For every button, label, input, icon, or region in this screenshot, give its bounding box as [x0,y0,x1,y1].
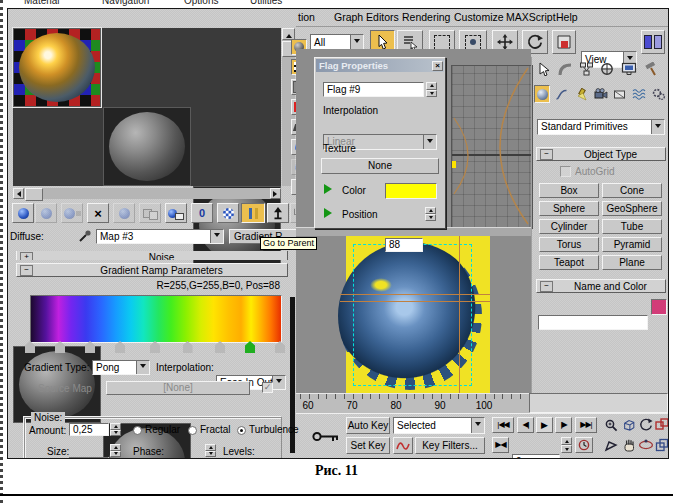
put-to-library-icon[interactable] [165,203,187,223]
go-to-parent-icon[interactable] [267,203,289,223]
gradient-flag[interactable] [183,341,193,353]
scroll-right-arrow[interactable] [270,188,281,199]
menu-material[interactable]: Material [24,0,60,6]
amount-field[interactable]: 0,25 [69,423,109,436]
toolbar-clipped-icon[interactable] [668,30,669,54]
primitive-sphere-button[interactable]: Sphere [539,201,599,216]
pan-hand-icon[interactable] [620,437,637,453]
curve-icon-button[interactable] [393,437,413,454]
assign-material-to-selection-icon[interactable] [61,203,83,223]
menu-navigation[interactable]: Navigation [102,0,149,6]
motion-tab-icon[interactable] [599,60,615,78]
flag-position-field[interactable]: 88 [385,238,423,252]
source-map-checkbox[interactable] [262,382,273,393]
viewport-top[interactable] [451,65,533,229]
position-expand-icon[interactable] [324,208,337,218]
lights-icon[interactable] [573,85,589,103]
show-end-result-icon[interactable] [241,203,265,223]
menu-options[interactable]: Options [184,0,218,6]
get-material-icon[interactable] [12,203,34,223]
previous-frame-button[interactable]: ◀| [517,417,534,433]
eyedropper-icon[interactable] [78,229,92,243]
gradient-flag[interactable] [215,341,225,353]
select-and-scale-button[interactable] [552,30,576,54]
gradient-flag[interactable] [85,341,95,353]
gradient-ramp-bar[interactable] [30,295,282,343]
flag-name-field[interactable]: Flag #9 [323,82,424,97]
primitive-cylinder-button[interactable]: Cylinder [539,219,599,234]
primitive-teapot-button[interactable]: Teapot [539,255,599,270]
primitive-torus-button[interactable]: Torus [539,237,599,252]
set-key-button[interactable]: Set Key [346,437,390,454]
play-button[interactable]: ▶ [536,417,553,433]
name-color-rollout[interactable]: −Name and Color [536,279,666,293]
arc-rotate-icon[interactable] [637,437,654,453]
primitive-cone-button[interactable]: Cone [602,183,662,198]
chevron-down-icon[interactable] [210,230,223,243]
zoom-all-icon[interactable] [653,417,669,433]
object-color-swatch[interactable] [651,299,667,315]
display-tab-icon[interactable] [620,60,638,78]
map-name-dropdown[interactable]: Map #3 [96,229,224,244]
current-frame-field[interactable]: 0 [512,454,560,459]
gradient-flag[interactable] [55,341,65,353]
menu-utilities[interactable]: Utilities [250,0,282,6]
gradient-flag[interactable] [150,341,160,353]
object-type-rollout[interactable]: −Object Type [536,147,666,161]
key-filters-button[interactable]: Key Filters... [415,437,485,454]
gradient-flag[interactable] [115,341,125,353]
space-warps-icon[interactable] [631,85,647,103]
close-icon[interactable]: × [432,61,443,71]
noise-rollout-clipped[interactable]: +Noise [16,251,288,260]
go-to-frame-button[interactable]: ▶◀ [492,437,509,453]
shapes-icon[interactable] [553,85,569,103]
systems-icon[interactable] [651,85,667,103]
menu-rendering[interactable]: Rendering [402,11,450,23]
create-tab-icon[interactable] [536,60,552,78]
scroll-thumb[interactable] [25,188,43,201]
field-of-view-icon[interactable] [637,417,654,433]
gradient-flag[interactable] [25,341,35,353]
primitive-geosphere-button[interactable]: GeoSphere [602,201,662,216]
maximize-viewport-icon[interactable] [653,437,669,453]
go-to-start-button[interactable]: |◀◀ [492,417,514,433]
chevron-down-icon[interactable] [423,135,436,149]
menu-help[interactable]: Help [556,11,578,23]
show-map-in-viewport-icon[interactable] [217,203,239,223]
go-to-end-button[interactable]: ▶▶| [575,417,597,433]
key-mode-dropdown[interactable]: Selected [393,417,485,434]
key-lock-icon[interactable] [312,430,340,443]
mirror-button[interactable] [641,30,665,54]
gradient-ramp-rollout[interactable]: −Gradient Ramp Parameters [16,263,288,277]
phase-spinner[interactable] [205,444,216,457]
chevron-down-icon[interactable] [471,418,484,433]
helpers-icon[interactable] [612,85,628,103]
make-material-copy-icon[interactable] [113,203,135,223]
primitive-category-dropdown[interactable]: Standard Primitives [537,119,665,135]
frame-spinner[interactable] [561,437,572,453]
autogrid-checkbox[interactable] [560,166,571,177]
utilities-tab-icon[interactable] [643,60,659,78]
noise-turbulence-radio[interactable]: Turbulence [237,425,299,435]
flag-properties-dialog[interactable]: Flag Properties × Flag #9 Interpolation … [314,57,446,229]
primitive-pyramid-button[interactable]: Pyramid [602,237,662,252]
amount-spinner[interactable] [110,423,121,436]
menu-graph-editors[interactable]: Graph Editors [334,11,399,23]
next-frame-button[interactable]: |▶ [555,417,572,433]
gradient-flag[interactable] [275,341,285,353]
make-unique-icon[interactable] [139,203,161,223]
flag-color-swatch[interactable] [385,183,437,199]
dialog-titlebar[interactable]: Flag Properties × [316,59,444,72]
reset-map-icon[interactable]: × [87,203,109,223]
hierarchy-tab-icon[interactable] [578,60,594,78]
timeline[interactable]: 60708090100 [296,393,529,414]
auto-key-button[interactable]: Auto Key [346,417,390,434]
chevron-down-icon[interactable] [136,361,149,374]
source-map-button[interactable]: [None] [106,381,250,395]
menu-animation-clipped[interactable]: tion [298,11,315,23]
size-field[interactable]: 0.84 [69,457,109,459]
flag-position-spinner[interactable] [425,207,436,221]
scroll-left-arrow[interactable] [13,188,24,199]
chevron-down-icon[interactable] [651,120,664,134]
gradient-flag[interactable] [245,341,255,353]
